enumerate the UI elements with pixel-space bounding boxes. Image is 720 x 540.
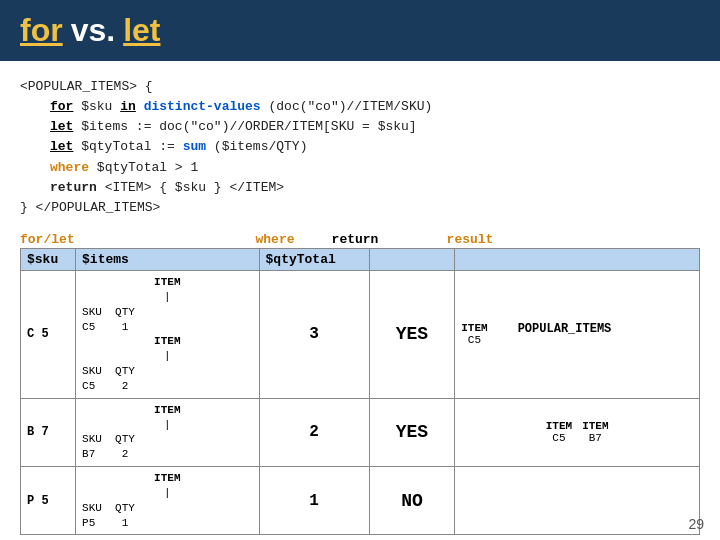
cell-qty-b7: 2 <box>259 398 369 466</box>
code-line-4: let $qtyTotal := sum ($items/QTY) <box>50 137 700 157</box>
table-section: for/let where return result $sku $items … <box>0 228 720 536</box>
code-block: <POPULAR_ITEMS> { for $sku in distinct-v… <box>20 77 700 218</box>
th-result-col <box>455 248 700 270</box>
code-line-7: } </POPULAR_ITEMS> <box>20 198 700 218</box>
th-items: $items <box>76 248 260 270</box>
kw-distinct-values: distinct-values <box>144 99 261 114</box>
cell-where-c5: YES <box>369 270 455 398</box>
code-line-3: let $items := doc("co")//ORDER/ITEM[SKU … <box>50 117 700 137</box>
code-where-cond: $qtyTotal > 1 <box>97 160 198 175</box>
table-row: B 7 ITEM | SKU QTY B7 2 2 YES <box>21 398 700 466</box>
header-let: let <box>123 12 160 49</box>
header: for vs. let <box>0 0 720 61</box>
th-qtytotal: $qtyTotal <box>259 248 369 270</box>
code-qty: $qtyTotal := <box>81 139 182 154</box>
kw-for: for <box>50 99 73 114</box>
th-sku: $sku <box>21 248 76 270</box>
cell-sku-c5: C 5 <box>21 270 76 398</box>
code-arg: (doc("co")//ITEM/SKU) <box>269 99 433 114</box>
code-line-5: where $qtyTotal > 1 <box>50 158 700 178</box>
kw-let-1: let <box>50 119 73 134</box>
table-row: P 5 ITEM | SKU QTY P5 1 1 NO <box>21 467 700 535</box>
cell-items-b7: ITEM | SKU QTY B7 2 <box>76 398 260 466</box>
cell-sku-p5: P 5 <box>21 467 76 535</box>
code-line-1: <POPULAR_ITEMS> { <box>20 77 700 97</box>
cell-where-p5: NO <box>369 467 455 535</box>
main-table: $sku $items $qtyTotal C 5 ITEM | SKU QTY… <box>20 248 700 536</box>
cell-qty-p5: 1 <box>259 467 369 535</box>
kw-let-2: let <box>50 139 73 154</box>
code-sum-arg: ($items/QTY) <box>214 139 308 154</box>
code-return-val: <ITEM> { $sku } </ITEM> <box>105 180 284 195</box>
cell-result-b7: ITEM C5 ITEM B7 <box>455 398 700 466</box>
col-header-for-let: for/let <box>20 232 230 247</box>
col-header-result: result <box>390 232 550 247</box>
kw-in: in <box>120 99 136 114</box>
code-sku: $sku <box>81 99 120 114</box>
cell-items-c5: ITEM | SKU QTY C5 1 ITEM | SKU QTY C5 2 <box>76 270 260 398</box>
code-section: <POPULAR_ITEMS> { for $sku in distinct-v… <box>0 61 720 228</box>
kw-where: where <box>50 160 89 175</box>
cell-items-p5: ITEM | SKU QTY P5 1 <box>76 467 260 535</box>
code-items: $items := doc("co")//ORDER/ITEM[SKU = $s… <box>81 119 416 134</box>
kw-sum: sum <box>183 139 206 154</box>
cell-qty-c5: 3 <box>259 270 369 398</box>
cell-where-b7: YES <box>369 398 455 466</box>
kw-return: return <box>50 180 97 195</box>
cell-sku-b7: B 7 <box>21 398 76 466</box>
table-row: C 5 ITEM | SKU QTY C5 1 ITEM | SKU QTY C… <box>21 270 700 398</box>
page-number: 29 <box>688 516 704 532</box>
table-header-row: $sku $items $qtyTotal <box>21 248 700 270</box>
col-header-where: where <box>230 232 320 247</box>
cell-result-p5 <box>455 467 700 535</box>
cell-result-c5: ITEM C5 POPULAR_ITEMS <box>455 270 700 398</box>
code-line-2: for $sku in distinct-values (doc("co")//… <box>50 97 700 117</box>
code-line-6: return <ITEM> { $sku } </ITEM> <box>50 178 700 198</box>
th-where-col <box>369 248 455 270</box>
header-for: for <box>20 12 63 49</box>
col-header-return: return <box>320 232 390 247</box>
header-vs: vs. <box>71 12 115 49</box>
